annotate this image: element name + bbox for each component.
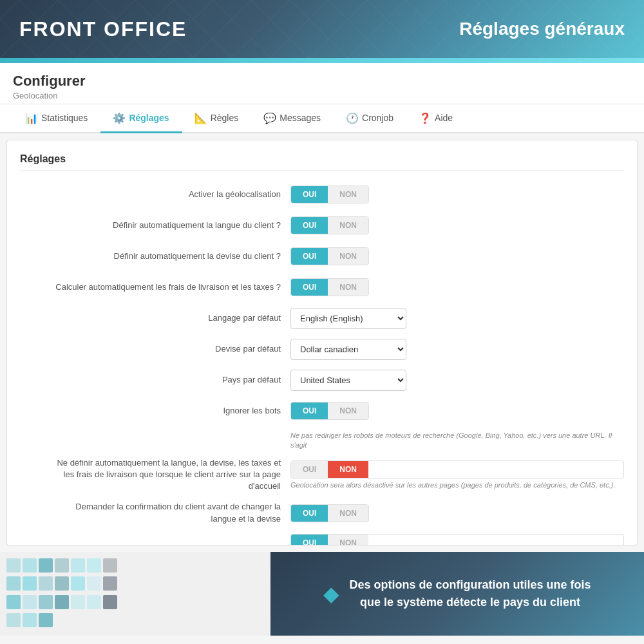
deco-square (55, 558, 69, 573)
homepage-non-btn[interactable]: NON (328, 461, 368, 478)
page-title-area: Configurer Geolocation (0, 63, 644, 104)
homepage-note: Geolocation sera alors désactivé sur les… (290, 481, 624, 489)
devise-oui-btn[interactable]: OUI (291, 248, 328, 265)
bottom-message-text: Des options de configuration utiles une … (349, 576, 591, 611)
deco-square (23, 558, 37, 573)
confirmation-toggle[interactable]: OUI NON (290, 504, 369, 522)
regles-icon: 📐 (195, 112, 207, 124)
deco-square (23, 576, 37, 591)
taxes-control: OUI NON (290, 278, 624, 296)
tab-cronjob[interactable]: 🕐 Cronjob (334, 104, 406, 133)
main-content: Réglages Activer la géolocalisation OUI … (6, 140, 638, 545)
homepage-toggle[interactable]: OUI NON (290, 460, 624, 478)
color-bar (0, 58, 644, 63)
lang-label: Définir automatiquement la langue du cli… (20, 220, 290, 231)
statistiques-icon: 📊 (26, 112, 37, 124)
pays-select[interactable]: United States Canada France Germany (290, 370, 406, 391)
bots-non-btn[interactable]: NON (328, 402, 368, 419)
devise-non-btn[interactable]: NON (328, 248, 368, 265)
devise-toggle[interactable]: OUI NON (290, 247, 369, 265)
pays-control: United States Canada France Germany (290, 370, 624, 391)
setting-row-geoloc: Activer la géolocalisation OUI NON (20, 184, 624, 205)
tab-aide-label: Aide (435, 113, 453, 123)
deco-square (39, 595, 53, 609)
deco-square (6, 558, 21, 573)
bots-oui-btn[interactable]: OUI (291, 402, 328, 419)
deco-square (6, 595, 21, 609)
geoloc-oui-btn[interactable]: OUI (291, 186, 328, 203)
header-left-title: FRONT OFFICE (19, 17, 187, 41)
language-label: Langage par défaut (20, 312, 290, 324)
page-title: Configurer (13, 73, 631, 90)
geoloc-toggle[interactable]: OUI NON (290, 185, 369, 204)
homepage-oui-btn[interactable]: OUI (291, 461, 328, 478)
location-toggle[interactable]: OUI NON (290, 534, 624, 545)
taxes-non-btn[interactable]: NON (328, 279, 368, 296)
tab-reglages[interactable]: ⚙️ Réglages (100, 104, 182, 133)
page-subtitle: Geolocation (13, 91, 631, 100)
confirmation-control: OUI NON (290, 504, 624, 522)
deco-square (39, 576, 53, 591)
geoloc-control: OUI NON (290, 185, 624, 204)
deco-square (39, 558, 53, 573)
devise-label: Définir automatiquement la devise du cli… (20, 251, 290, 262)
setting-row-bots: Ignorer les bots OUI NON (20, 400, 624, 422)
deco-square (87, 558, 101, 573)
pays-label: Pays par défaut (20, 374, 290, 386)
devise-sel-control: Dollar canadien Euro US Dollar (290, 339, 624, 360)
devise-select[interactable]: Dollar canadien Euro US Dollar (290, 339, 406, 360)
bottom-area: ◆ Des options de configuration utiles un… (0, 552, 644, 636)
setting-row-confirmation: Demander la confirmation du client avant… (20, 501, 624, 524)
devise-control: OUI NON (290, 247, 624, 265)
setting-row-language: Langage par défaut English (English) Fra… (20, 307, 624, 329)
tab-messages[interactable]: 💬 Messages (251, 104, 334, 133)
bottom-message-icon: ◆ (323, 582, 339, 606)
taxes-oui-btn[interactable]: OUI (291, 279, 328, 296)
deco-square (6, 576, 21, 591)
taxes-toggle[interactable]: OUI NON (290, 278, 369, 296)
confirmation-label: Demander la confirmation du client avant… (20, 501, 290, 524)
tab-messages-label: Messages (279, 113, 321, 123)
aide-icon: ❓ (419, 112, 431, 124)
setting-row-devise: Définir automatiquement la devise du cli… (20, 245, 624, 267)
bots-toggle[interactable]: OUI NON (290, 402, 369, 420)
bottom-message-box: ◆ Des options de configuration utiles un… (270, 552, 644, 636)
deco-square (6, 613, 21, 627)
deco-square (71, 576, 85, 591)
tab-cronjob-label: Cronjob (362, 113, 393, 123)
lang-non-btn[interactable]: NON (328, 217, 368, 234)
homepage-control: OUI NON Geolocation sera alors désactivé… (290, 460, 624, 489)
deco-square (39, 613, 53, 627)
tab-regles[interactable]: 📐 Règles (182, 104, 252, 133)
lang-oui-btn[interactable]: OUI (291, 217, 328, 234)
tab-regles-label: Règles (211, 113, 239, 123)
language-select[interactable]: English (English) Français (French) Espa… (290, 308, 406, 329)
deco-square (55, 576, 69, 591)
language-control: English (English) Français (French) Espa… (290, 308, 624, 329)
location-non-btn[interactable]: NON (328, 535, 368, 545)
bots-control: OUI NON (290, 402, 624, 420)
geoloc-non-btn[interactable]: NON (328, 186, 368, 203)
header: FRONT OFFICE Réglages généraux (0, 0, 644, 58)
deco-square (23, 595, 37, 609)
setting-row-taxes: Calculer automatiquement les frais de li… (20, 276, 624, 298)
bots-label: Ignorer les bots (20, 405, 290, 417)
confirmation-oui-btn[interactable]: OUI (291, 505, 328, 522)
lang-toggle[interactable]: OUI NON (290, 216, 369, 234)
tab-reglages-label: Réglages (129, 113, 169, 123)
bottom-decorative (0, 552, 129, 636)
tab-aide[interactable]: ❓ Aide (406, 104, 466, 133)
tab-statistiques[interactable]: 📊 Statistiques (13, 104, 100, 133)
tabs-bar: 📊 Statistiques ⚙️ Réglages 📐 Règles 💬 Me… (0, 104, 644, 133)
location-oui-btn[interactable]: OUI (291, 535, 328, 545)
reglages-icon: ⚙️ (113, 112, 125, 124)
deco-square (87, 595, 101, 609)
deco-square (87, 576, 101, 591)
section-title: Réglages (20, 153, 624, 171)
deco-square (23, 613, 37, 627)
messages-icon: 💬 (264, 112, 276, 124)
confirmation-non-btn[interactable]: NON (328, 505, 368, 522)
cronjob-icon: 🕐 (346, 112, 358, 124)
setting-row-homepage: Ne définir automatiquement la langue, la… (20, 457, 624, 493)
lang-control: OUI NON (290, 216, 624, 234)
